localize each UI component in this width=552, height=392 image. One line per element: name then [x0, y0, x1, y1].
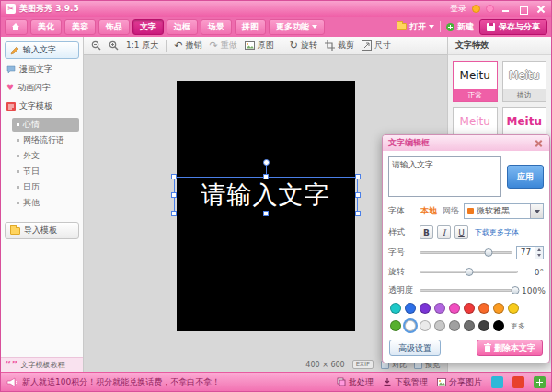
text-templates-item[interactable]: 文字模板: [5, 98, 79, 114]
tab-beautify[interactable]: 美化: [30, 19, 62, 35]
color-swatch[interactable]: [449, 320, 460, 331]
save-share-button[interactable]: 保存与分享: [479, 19, 547, 35]
dialog-close-icon[interactable]: [534, 138, 544, 148]
rotate-handle[interactable]: [263, 159, 270, 166]
font-size-spinner[interactable]: 77: [516, 246, 544, 259]
close-button[interactable]: [535, 4, 546, 15]
underline-button[interactable]: U: [454, 225, 468, 239]
color-swatch[interactable]: [420, 303, 431, 314]
color-swatch[interactable]: [420, 320, 431, 331]
zoom-in-button[interactable]: [109, 40, 119, 51]
dialog-titlebar[interactable]: 文字编辑框: [383, 135, 549, 151]
opacity-slider[interactable]: [420, 286, 518, 294]
download-manager-link[interactable]: 下载管理: [383, 376, 428, 388]
spin-up-icon[interactable]: [537, 248, 541, 251]
color-swatch[interactable]: [508, 303, 519, 314]
tree-item-mood[interactable]: 心情: [12, 118, 79, 132]
gift-icon[interactable]: [472, 5, 480, 13]
apply-button[interactable]: 应用: [507, 165, 544, 189]
resize-handle-e[interactable]: [355, 192, 361, 198]
tray-app-blue-icon[interactable]: [491, 376, 503, 388]
color-swatch[interactable]: [405, 320, 416, 331]
dropdown-arrow-button[interactable]: [530, 204, 543, 218]
text-input[interactable]: 请输入文字: [388, 156, 501, 197]
canvas-text[interactable]: 请输入文字: [201, 179, 330, 212]
slider-handle[interactable]: [511, 286, 519, 294]
tab-accessories[interactable]: 饰品: [98, 19, 130, 35]
template-tutorial-link[interactable]: “” 文字模板教程: [1, 357, 83, 372]
color-swatch[interactable]: [405, 303, 416, 314]
promo-text[interactable]: 新人就送100积分！积分就能兑换话费，不拿白不拿！: [22, 376, 220, 388]
home-button[interactable]: [5, 19, 28, 35]
resize-handle-ne[interactable]: [355, 174, 361, 179]
color-swatch[interactable]: [434, 303, 445, 314]
tree-item-calendar[interactable]: 日历: [12, 180, 79, 194]
open-button[interactable]: 打开: [397, 21, 434, 33]
font-size-slider[interactable]: [420, 248, 512, 257]
import-template-button[interactable]: 导入模板: [5, 222, 79, 239]
color-swatch[interactable]: [390, 320, 401, 331]
slider-handle[interactable]: [484, 248, 492, 257]
tab-beauty[interactable]: 美容: [64, 19, 96, 35]
exif-badge[interactable]: EXIF: [352, 360, 374, 369]
undo-button[interactable]: ↶撤销: [174, 40, 201, 52]
font-tab-local[interactable]: 本地: [420, 205, 438, 217]
resize-handle-n[interactable]: [263, 174, 269, 179]
tree-item-net-slang[interactable]: 网络流行语: [12, 133, 79, 147]
resize-handle-se[interactable]: [355, 211, 361, 216]
photo-canvas[interactable]: 请输入文字: [177, 81, 355, 331]
original-image-button[interactable]: 原图: [245, 40, 274, 52]
color-swatch[interactable]: [493, 320, 504, 331]
resize-handle-sw[interactable]: [171, 211, 177, 216]
color-swatch[interactable]: [390, 303, 401, 314]
spin-down-icon[interactable]: [537, 254, 541, 257]
color-swatch[interactable]: [464, 320, 475, 331]
tree-item-foreign[interactable]: 外文: [12, 149, 79, 163]
minimize-button[interactable]: [500, 4, 512, 15]
input-text-button[interactable]: 输入文字: [5, 41, 79, 59]
login-link[interactable]: 登录: [450, 3, 466, 15]
tab-scene[interactable]: 场景: [201, 19, 232, 35]
tray-app-add-icon[interactable]: [534, 376, 546, 388]
new-button[interactable]: 新建: [446, 21, 474, 33]
color-swatch[interactable]: [478, 320, 489, 331]
advanced-settings-button[interactable]: 高级设置: [389, 340, 441, 356]
text-selection-box[interactable]: 请输入文字: [174, 177, 358, 213]
color-swatch[interactable]: [493, 303, 504, 314]
tree-item-other[interactable]: 其他: [12, 196, 79, 210]
share-image-link[interactable]: 分享图片: [437, 376, 482, 388]
color-swatch[interactable]: [464, 303, 475, 314]
resize-handle-w[interactable]: [171, 192, 177, 198]
download-fonts-link[interactable]: 下载更多字体: [475, 227, 519, 237]
tab-more-features[interactable]: 更多功能: [269, 19, 325, 35]
zoom-out-button[interactable]: [91, 40, 101, 51]
tab-border[interactable]: 边框: [167, 19, 198, 35]
flash-text-item[interactable]: ♥ 动画闪字: [5, 80, 79, 96]
crop-button[interactable]: 裁剪: [325, 40, 354, 52]
slider-handle[interactable]: [465, 268, 473, 276]
color-swatch[interactable]: [449, 303, 460, 314]
tree-item-festival[interactable]: 节日: [12, 165, 79, 179]
resize-button[interactable]: 尺寸: [362, 40, 391, 52]
font-tab-online[interactable]: 网络: [442, 205, 460, 217]
more-colors-link[interactable]: 更多: [511, 321, 525, 331]
maximize-button[interactable]: [517, 4, 529, 15]
delete-text-button[interactable]: 删除本文字: [477, 340, 543, 356]
redo-button[interactable]: ↷重做: [210, 40, 237, 52]
resize-handle-s[interactable]: [263, 211, 269, 216]
rotate-slider[interactable]: [420, 268, 518, 276]
resize-handle-nw[interactable]: [171, 174, 177, 179]
comic-text-item[interactable]: 漫画文字: [5, 62, 79, 77]
tab-text[interactable]: 文字: [132, 19, 164, 35]
italic-button[interactable]: I: [437, 225, 451, 239]
batch-process-link[interactable]: 批处理: [337, 376, 374, 388]
effect-card-outline[interactable]: Meitu 描边: [502, 61, 547, 102]
tray-app-red-icon[interactable]: [512, 376, 524, 388]
actual-size-button[interactable]: 1:1 原大: [126, 40, 158, 52]
font-dropdown[interactable]: 微软雅黑: [464, 203, 544, 219]
skin-icon[interactable]: [486, 5, 494, 13]
color-swatch[interactable]: [478, 303, 489, 314]
bold-button[interactable]: B: [420, 225, 433, 239]
effect-card-normal[interactable]: Meitu 正常: [453, 61, 498, 102]
rotate-button[interactable]: ↻旋转: [290, 40, 317, 52]
